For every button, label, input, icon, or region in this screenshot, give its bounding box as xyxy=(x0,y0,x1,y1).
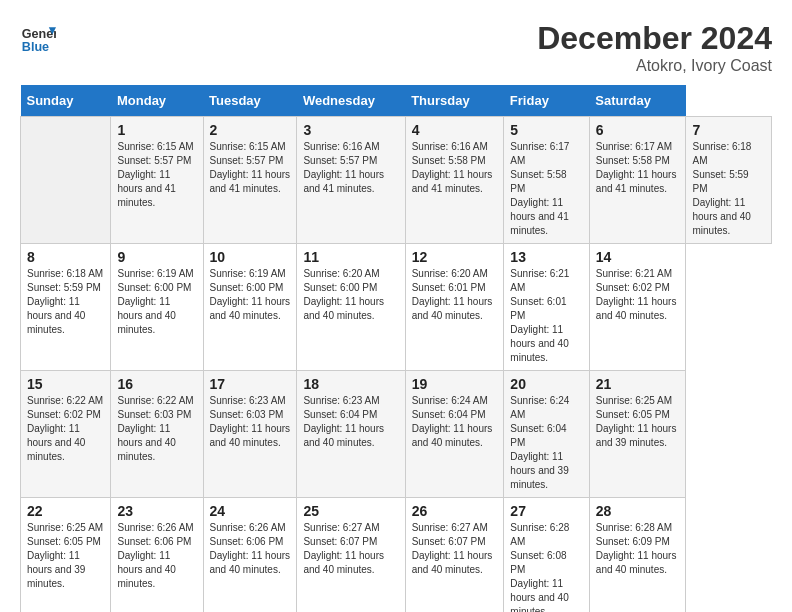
calendar-cell: 18Sunrise: 6:23 AMSunset: 6:04 PMDayligh… xyxy=(297,371,405,498)
weekday-header-monday: Monday xyxy=(111,85,203,117)
calendar-cell: 25Sunrise: 6:27 AMSunset: 6:07 PMDayligh… xyxy=(297,498,405,613)
calendar-cell: 7Sunrise: 6:18 AMSunset: 5:59 PMDaylight… xyxy=(686,117,772,244)
svg-text:Blue: Blue xyxy=(22,40,49,54)
day-number: 16 xyxy=(117,376,196,392)
day-number: 9 xyxy=(117,249,196,265)
weekday-header-tuesday: Tuesday xyxy=(203,85,297,117)
day-info: Sunrise: 6:19 AMSunset: 6:00 PMDaylight:… xyxy=(210,267,291,323)
calendar-cell: 21Sunrise: 6:25 AMSunset: 6:05 PMDayligh… xyxy=(589,371,686,498)
day-info: Sunrise: 6:16 AMSunset: 5:58 PMDaylight:… xyxy=(412,140,498,196)
day-info: Sunrise: 6:27 AMSunset: 6:07 PMDaylight:… xyxy=(412,521,498,577)
calendar-cell: 12Sunrise: 6:20 AMSunset: 6:01 PMDayligh… xyxy=(405,244,504,371)
day-info: Sunrise: 6:15 AMSunset: 5:57 PMDaylight:… xyxy=(210,140,291,196)
day-number: 20 xyxy=(510,376,582,392)
calendar-cell xyxy=(21,117,111,244)
calendar-cell: 23Sunrise: 6:26 AMSunset: 6:06 PMDayligh… xyxy=(111,498,203,613)
day-info: Sunrise: 6:20 AMSunset: 6:00 PMDaylight:… xyxy=(303,267,398,323)
day-number: 3 xyxy=(303,122,398,138)
day-number: 12 xyxy=(412,249,498,265)
calendar-cell: 4Sunrise: 6:16 AMSunset: 5:58 PMDaylight… xyxy=(405,117,504,244)
day-number: 14 xyxy=(596,249,680,265)
day-info: Sunrise: 6:21 AMSunset: 6:01 PMDaylight:… xyxy=(510,267,582,365)
calendar-cell: 13Sunrise: 6:21 AMSunset: 6:01 PMDayligh… xyxy=(504,244,589,371)
subtitle: Atokro, Ivory Coast xyxy=(537,57,772,75)
day-number: 18 xyxy=(303,376,398,392)
day-number: 1 xyxy=(117,122,196,138)
calendar-cell: 24Sunrise: 6:26 AMSunset: 6:06 PMDayligh… xyxy=(203,498,297,613)
day-info: Sunrise: 6:17 AMSunset: 5:58 PMDaylight:… xyxy=(510,140,582,238)
calendar-cell: 27Sunrise: 6:28 AMSunset: 6:08 PMDayligh… xyxy=(504,498,589,613)
day-info: Sunrise: 6:25 AMSunset: 6:05 PMDaylight:… xyxy=(596,394,680,450)
calendar-cell: 11Sunrise: 6:20 AMSunset: 6:00 PMDayligh… xyxy=(297,244,405,371)
calendar-cell: 17Sunrise: 6:23 AMSunset: 6:03 PMDayligh… xyxy=(203,371,297,498)
header: General Blue December 2024 Atokro, Ivory… xyxy=(20,20,772,75)
weekday-header-saturday: Saturday xyxy=(589,85,686,117)
weekday-header-friday: Friday xyxy=(504,85,589,117)
day-info: Sunrise: 6:24 AMSunset: 6:04 PMDaylight:… xyxy=(412,394,498,450)
day-info: Sunrise: 6:22 AMSunset: 6:02 PMDaylight:… xyxy=(27,394,104,464)
weekday-header-thursday: Thursday xyxy=(405,85,504,117)
day-number: 15 xyxy=(27,376,104,392)
weekday-header-sunday: Sunday xyxy=(21,85,111,117)
calendar-week-2: 8Sunrise: 6:18 AMSunset: 5:59 PMDaylight… xyxy=(21,244,772,371)
title-section: December 2024 Atokro, Ivory Coast xyxy=(537,20,772,75)
day-info: Sunrise: 6:15 AMSunset: 5:57 PMDaylight:… xyxy=(117,140,196,210)
day-info: Sunrise: 6:20 AMSunset: 6:01 PMDaylight:… xyxy=(412,267,498,323)
day-number: 2 xyxy=(210,122,291,138)
day-number: 21 xyxy=(596,376,680,392)
day-number: 4 xyxy=(412,122,498,138)
calendar-cell: 20Sunrise: 6:24 AMSunset: 6:04 PMDayligh… xyxy=(504,371,589,498)
calendar-cell: 5Sunrise: 6:17 AMSunset: 5:58 PMDaylight… xyxy=(504,117,589,244)
day-number: 10 xyxy=(210,249,291,265)
day-number: 27 xyxy=(510,503,582,519)
calendar-cell: 15Sunrise: 6:22 AMSunset: 6:02 PMDayligh… xyxy=(21,371,111,498)
day-number: 5 xyxy=(510,122,582,138)
weekday-header-wednesday: Wednesday xyxy=(297,85,405,117)
day-info: Sunrise: 6:16 AMSunset: 5:57 PMDaylight:… xyxy=(303,140,398,196)
day-info: Sunrise: 6:23 AMSunset: 6:04 PMDaylight:… xyxy=(303,394,398,450)
day-number: 26 xyxy=(412,503,498,519)
calendar-week-4: 22Sunrise: 6:25 AMSunset: 6:05 PMDayligh… xyxy=(21,498,772,613)
day-number: 6 xyxy=(596,122,680,138)
day-number: 28 xyxy=(596,503,680,519)
day-number: 25 xyxy=(303,503,398,519)
calendar-table: SundayMondayTuesdayWednesdayThursdayFrid… xyxy=(20,85,772,612)
calendar-cell: 9Sunrise: 6:19 AMSunset: 6:00 PMDaylight… xyxy=(111,244,203,371)
calendar-cell: 14Sunrise: 6:21 AMSunset: 6:02 PMDayligh… xyxy=(589,244,686,371)
day-number: 7 xyxy=(692,122,765,138)
calendar-cell: 22Sunrise: 6:25 AMSunset: 6:05 PMDayligh… xyxy=(21,498,111,613)
day-info: Sunrise: 6:24 AMSunset: 6:04 PMDaylight:… xyxy=(510,394,582,492)
logo: General Blue xyxy=(20,20,56,56)
calendar-cell: 19Sunrise: 6:24 AMSunset: 6:04 PMDayligh… xyxy=(405,371,504,498)
day-info: Sunrise: 6:23 AMSunset: 6:03 PMDaylight:… xyxy=(210,394,291,450)
calendar-cell: 6Sunrise: 6:17 AMSunset: 5:58 PMDaylight… xyxy=(589,117,686,244)
calendar-cell: 28Sunrise: 6:28 AMSunset: 6:09 PMDayligh… xyxy=(589,498,686,613)
day-info: Sunrise: 6:28 AMSunset: 6:09 PMDaylight:… xyxy=(596,521,680,577)
day-info: Sunrise: 6:28 AMSunset: 6:08 PMDaylight:… xyxy=(510,521,582,612)
day-info: Sunrise: 6:25 AMSunset: 6:05 PMDaylight:… xyxy=(27,521,104,591)
header-row: SundayMondayTuesdayWednesdayThursdayFrid… xyxy=(21,85,772,117)
day-info: Sunrise: 6:22 AMSunset: 6:03 PMDaylight:… xyxy=(117,394,196,464)
day-info: Sunrise: 6:19 AMSunset: 6:00 PMDaylight:… xyxy=(117,267,196,337)
calendar-cell: 2Sunrise: 6:15 AMSunset: 5:57 PMDaylight… xyxy=(203,117,297,244)
day-info: Sunrise: 6:17 AMSunset: 5:58 PMDaylight:… xyxy=(596,140,680,196)
day-number: 23 xyxy=(117,503,196,519)
day-number: 19 xyxy=(412,376,498,392)
calendar-cell: 26Sunrise: 6:27 AMSunset: 6:07 PMDayligh… xyxy=(405,498,504,613)
day-info: Sunrise: 6:18 AMSunset: 5:59 PMDaylight:… xyxy=(692,140,765,238)
calendar-cell: 16Sunrise: 6:22 AMSunset: 6:03 PMDayligh… xyxy=(111,371,203,498)
calendar-cell: 10Sunrise: 6:19 AMSunset: 6:00 PMDayligh… xyxy=(203,244,297,371)
day-number: 22 xyxy=(27,503,104,519)
calendar-cell: 3Sunrise: 6:16 AMSunset: 5:57 PMDaylight… xyxy=(297,117,405,244)
day-number: 13 xyxy=(510,249,582,265)
calendar-cell: 1Sunrise: 6:15 AMSunset: 5:57 PMDaylight… xyxy=(111,117,203,244)
day-number: 11 xyxy=(303,249,398,265)
page-container: General Blue December 2024 Atokro, Ivory… xyxy=(20,20,772,612)
day-info: Sunrise: 6:18 AMSunset: 5:59 PMDaylight:… xyxy=(27,267,104,337)
calendar-cell: 8Sunrise: 6:18 AMSunset: 5:59 PMDaylight… xyxy=(21,244,111,371)
day-info: Sunrise: 6:21 AMSunset: 6:02 PMDaylight:… xyxy=(596,267,680,323)
day-info: Sunrise: 6:26 AMSunset: 6:06 PMDaylight:… xyxy=(210,521,291,577)
calendar-week-3: 15Sunrise: 6:22 AMSunset: 6:02 PMDayligh… xyxy=(21,371,772,498)
day-info: Sunrise: 6:27 AMSunset: 6:07 PMDaylight:… xyxy=(303,521,398,577)
day-number: 24 xyxy=(210,503,291,519)
